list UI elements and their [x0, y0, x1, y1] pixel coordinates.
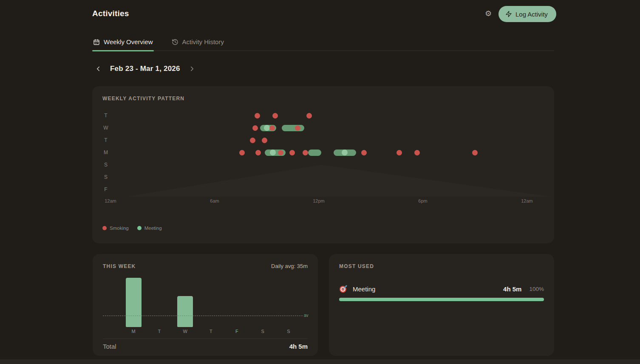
previous-week-button[interactable]: [92, 63, 104, 75]
chevron-left-icon: [94, 65, 102, 73]
time-axis-label: 12am: [518, 198, 536, 203]
dartboard-icon: [339, 285, 348, 293]
smoking-dot[interactable]: [303, 150, 308, 155]
week-bar-M[interactable]: [126, 278, 142, 327]
daily-average-label: Daily avg: 35m: [271, 263, 308, 269]
pattern-card-title: WEEKLY ACTIVITY PATTERN: [102, 96, 184, 102]
usage-progress-fill: [339, 298, 544, 301]
smoking-dot[interactable]: [306, 113, 312, 119]
tab-activity-history[interactable]: Activity History: [171, 33, 225, 51]
week-day-label: S: [282, 329, 295, 334]
most-used-duration: 4h 5m: [503, 285, 521, 293]
most-used-name: Meeting: [353, 285, 375, 293]
smoking-dot[interactable]: [472, 150, 478, 155]
legend-label: Meeting: [144, 226, 162, 231]
week-bar-W[interactable]: [177, 296, 193, 327]
total-value: 4h 5m: [289, 343, 308, 350]
tab-bar: Weekly Overview Activity History: [92, 33, 554, 51]
zap-icon: [505, 11, 512, 17]
day-row-label: T: [102, 113, 110, 119]
usage-progress-track: [339, 298, 544, 301]
day-row-label: T: [102, 137, 110, 143]
activity-density-shade: [126, 165, 551, 197]
calendar-icon: [93, 39, 100, 45]
smoking-dot[interactable]: [269, 125, 275, 131]
legend-label: Smoking: [110, 226, 129, 231]
smoking-dot[interactable]: [262, 138, 267, 143]
settings-button[interactable]: ⚙: [483, 8, 494, 19]
log-activity-label: Log Activity: [515, 11, 548, 18]
time-axis-label: 6pm: [413, 198, 432, 203]
week-day-label: W: [179, 329, 192, 334]
week-day-label: S: [256, 329, 269, 334]
week-day-label: T: [153, 329, 166, 334]
smoking-dot[interactable]: [396, 150, 402, 155]
week-day-label: F: [230, 329, 243, 334]
time-axis-label: 6am: [205, 198, 224, 203]
week-day-label: M: [127, 329, 140, 334]
most-used-percent: 100%: [529, 286, 544, 292]
history-clock-icon: [172, 39, 178, 45]
meeting-pill[interactable]: [308, 150, 321, 156]
day-row-label: S: [102, 174, 110, 180]
smoking-dot[interactable]: [272, 113, 278, 119]
average-line-label: av: [304, 313, 309, 318]
legend-swatch: [102, 226, 107, 230]
this-week-card: THIS WEEK Daily avg: 35m MTWTFSSav Total…: [93, 254, 318, 356]
chevron-right-icon: [188, 65, 196, 73]
legend-swatch: [137, 226, 142, 230]
smoking-dot[interactable]: [255, 150, 261, 155]
meeting-dot[interactable]: [342, 150, 348, 155]
smoking-dot[interactable]: [414, 150, 420, 155]
divider: [103, 339, 308, 339]
date-navigation: Feb 23 - Mar 1, 2026: [92, 62, 198, 76]
smoking-dot[interactable]: [239, 150, 245, 155]
week-day-label: T: [204, 329, 217, 334]
most-used-item[interactable]: Meeting 4h 5m 100%: [339, 284, 544, 294]
most-used-title: MOST USED: [339, 263, 374, 269]
smoking-dot[interactable]: [278, 150, 283, 155]
day-row-label: W: [102, 125, 110, 131]
smoking-dot[interactable]: [250, 138, 255, 143]
meeting-dot[interactable]: [264, 125, 270, 131]
time-axis-label: 12pm: [309, 198, 328, 203]
most-used-card: MOST USED Meeting 4h 5m 100%: [329, 254, 554, 356]
legend-item-smoking[interactable]: Smoking: [102, 226, 129, 231]
activities-page: Activities ⚙ Log Activity Wee: [0, 0, 640, 364]
smoking-dot[interactable]: [289, 150, 295, 155]
tab-weekly-overview[interactable]: Weekly Overview: [92, 33, 154, 51]
smoking-dot[interactable]: [252, 125, 258, 131]
legend-item-meeting[interactable]: Meeting: [137, 226, 162, 231]
next-section-edge: [0, 359, 640, 364]
tab-weekly-overview-label: Weekly Overview: [104, 38, 153, 45]
pattern-legend: SmokingMeeting: [102, 226, 162, 231]
average-line: [103, 316, 303, 316]
gear-icon: ⚙: [485, 9, 492, 18]
day-row-label: S: [102, 162, 110, 168]
smoking-dot[interactable]: [255, 113, 260, 119]
meeting-pill[interactable]: [282, 125, 304, 131]
tab-activity-history-label: Activity History: [182, 38, 224, 45]
active-tab-underline: [92, 50, 154, 51]
day-row-label: F: [102, 186, 110, 192]
week-card-title: THIS WEEK: [103, 263, 136, 269]
total-label: Total: [103, 343, 116, 350]
next-week-button[interactable]: [186, 63, 198, 75]
weekly-activity-pattern-card: WEEKLY ACTIVITY PATTERN TWTMSSF12am6am12…: [92, 86, 554, 243]
log-activity-button[interactable]: Log Activity: [498, 6, 556, 22]
smoking-dot[interactable]: [295, 125, 300, 131]
smoking-dot[interactable]: [361, 150, 367, 155]
time-axis-label: 12am: [101, 198, 120, 203]
page-title: Activities: [92, 9, 129, 18]
date-range-label: Feb 23 - Mar 1, 2026: [110, 65, 180, 73]
day-row-label: M: [102, 150, 110, 155]
